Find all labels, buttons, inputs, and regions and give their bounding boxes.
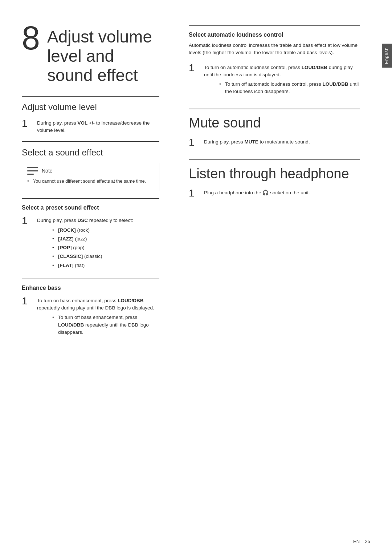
loudness-bullet-list: To turn off automatic loudness control, … bbox=[219, 81, 360, 96]
right-column: Select automatic loudness control Automa… bbox=[174, 15, 382, 533]
step-bass-1-content: To turn on bass enhancement, press LOUD/… bbox=[37, 295, 159, 338]
note-icon-line-1 bbox=[27, 167, 38, 168]
list-item-jazz: [JAZZ] (jazz) bbox=[52, 235, 159, 243]
step-bass-1-text: To turn on bass enhancement, press LOUD/… bbox=[37, 297, 159, 312]
step-number: 1 bbox=[189, 62, 202, 74]
step-number: 1 bbox=[189, 136, 202, 149]
section-auto-loudness: Select automatic loudness control Automa… bbox=[189, 32, 360, 98]
step-loudness-1-content: To turn on automatic loudness control, p… bbox=[204, 62, 360, 98]
step-adjust-volume-1: 1 During play, press VOL +/- to increase… bbox=[22, 117, 159, 134]
step-headphone-1: 1 Plug a headphone into the 🎧 socket on … bbox=[189, 187, 360, 199]
section-headphone-title: Listen through headphone bbox=[189, 166, 360, 182]
note-bullet-list: You cannot use different sound effects a… bbox=[27, 178, 154, 185]
step-number: 1 bbox=[189, 187, 202, 199]
preset-sound-list: [ROCK] (rock) [JAZZ] (jazz) [POP] (pop) … bbox=[52, 227, 159, 269]
note-icon-line-3 bbox=[27, 174, 34, 175]
section-adjust-volume: Adjust volume level 1 During play, press… bbox=[22, 96, 159, 134]
loudness-bullet-off: To turn off automatic loudness control, … bbox=[219, 81, 360, 96]
page-footer: EN 25 bbox=[353, 539, 370, 544]
section-select-sound-title: Select a sound effect bbox=[22, 147, 159, 158]
note-icon-line-2 bbox=[27, 170, 38, 171]
section-headphone: Listen through headphone 1 Plug a headph… bbox=[189, 159, 360, 199]
page-number: 25 bbox=[365, 539, 370, 544]
section-mute: Mute sound 1 During play, press MUTE to … bbox=[189, 109, 360, 149]
step-number: 1 bbox=[22, 295, 35, 307]
chapter-title: Adjust volume level and sound effect bbox=[47, 27, 159, 85]
list-item-flat: [FLAT] (flat) bbox=[52, 262, 159, 269]
note-box: Note You cannot use different sound effe… bbox=[22, 163, 159, 191]
step-adjust-volume-1-text: During play, press VOL +/- to increase/d… bbox=[37, 119, 159, 134]
step-mute-1-text: During play, press MUTE to mute/unmute s… bbox=[204, 138, 360, 146]
subsection-preset-title: Select a preset sound effect bbox=[22, 204, 159, 211]
language-tab: English bbox=[382, 44, 392, 68]
section-enhance-bass: Enhance bass 1 To turn on bass enhanceme… bbox=[22, 279, 159, 338]
section-select-sound: Select a sound effect Note You cannot bbox=[22, 141, 159, 191]
page-footer-text: EN 25 bbox=[353, 539, 370, 544]
step-preset-1-text: During play, press DSC repeatedly to sel… bbox=[37, 217, 159, 224]
subsection-loudness-title: Select automatic loudness control bbox=[189, 32, 360, 38]
note-bullet-item: You cannot use different sound effects a… bbox=[27, 178, 154, 185]
bass-bullet-list: To turn off bass enhancement, press LOUD… bbox=[52, 314, 159, 336]
list-item-rock: [ROCK] (rock) bbox=[52, 227, 159, 234]
section-mute-title: Mute sound bbox=[189, 115, 360, 131]
section-adjust-volume-title: Adjust volume level bbox=[22, 102, 159, 112]
note-icon bbox=[27, 167, 38, 175]
chapter-heading: 8 Adjust volume level and sound effect bbox=[22, 25, 159, 85]
step-number: 1 bbox=[22, 117, 35, 130]
note-header: Note bbox=[27, 167, 154, 175]
section-preset-sound: Select a preset sound effect 1 During pl… bbox=[22, 198, 159, 271]
list-item-pop: [POP] (pop) bbox=[52, 244, 159, 251]
loudness-intro-text: Automatic loudness control increases the… bbox=[189, 42, 360, 57]
step-headphone-1-text: Plug a headphone into the 🎧 socket on th… bbox=[204, 189, 360, 197]
step-number: 1 bbox=[22, 215, 35, 227]
bass-bullet-off: To turn off bass enhancement, press LOUD… bbox=[52, 314, 159, 336]
list-item-classic: [CLASSIC] (classic) bbox=[52, 253, 159, 260]
note-label: Note bbox=[42, 168, 53, 174]
note-text: You cannot use different sound effects a… bbox=[33, 179, 146, 184]
step-mute-1: 1 During play, press MUTE to mute/unmute… bbox=[189, 136, 360, 149]
step-bass-1: 1 To turn on bass enhancement, press LOU… bbox=[22, 295, 159, 338]
step-loudness-1: 1 To turn on automatic loudness control,… bbox=[189, 62, 360, 98]
chapter-number: 8 bbox=[22, 22, 40, 54]
subsection-bass-title: Enhance bass bbox=[22, 285, 159, 291]
step-preset-1: 1 During play, press DSC repeatedly to s… bbox=[22, 215, 159, 271]
step-preset-1-content: During play, press DSC repeatedly to sel… bbox=[37, 215, 159, 271]
right-top-divider bbox=[189, 25, 360, 26]
left-column: 8 Adjust volume level and sound effect A… bbox=[0, 15, 174, 533]
step-loudness-1-text: To turn on automatic loudness control, p… bbox=[204, 64, 360, 79]
